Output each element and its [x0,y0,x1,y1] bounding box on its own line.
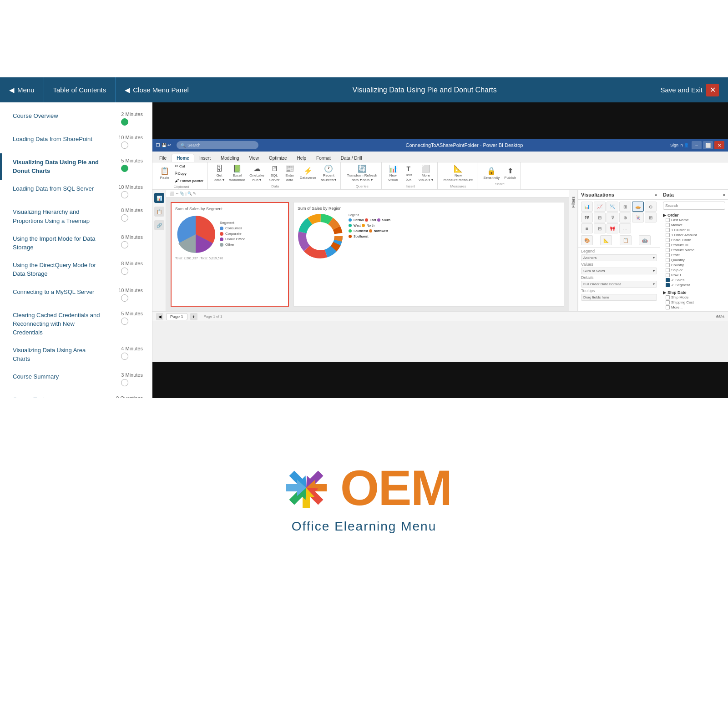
tab-modeling[interactable]: Modeling [216,154,244,162]
sidebar-item-title-1: Loading Data from SharePoint [13,135,103,143]
data-item-market: Market [663,222,725,228]
matrix-viz[interactable]: ≡ [581,223,593,233]
tab-help[interactable]: Help [292,154,311,162]
tab-data-drill[interactable]: Data / Drill [336,154,367,162]
line-chart-viz[interactable]: 📈 [594,202,606,212]
fields-viz[interactable]: 📋 [620,235,632,245]
sidebar-item-dot-10 [121,379,128,386]
close-icon: ✕ [706,84,719,96]
close-panel-button[interactable]: ◀ Close Menu Panel [116,77,198,102]
waterfall-viz[interactable]: ⊟ [594,223,606,233]
treemap-viz[interactable]: ⊟ [594,212,606,222]
active-indicator [0,153,2,180]
data-section-shipdate: ▶ Ship Date Ship Mode Shipping Cost [660,289,728,311]
cut-button[interactable]: ✂ Cut [173,163,205,169]
tooltips-field[interactable]: Drag fields here [581,294,657,301]
sidebar-item-9[interactable]: Visualizing Data Using Area Charts 4 Min… [0,341,152,368]
titlebar-search[interactable]: 🔍 Search [177,141,258,149]
scatter-viz[interactable]: ⊙ [645,202,657,212]
onelake-button[interactable]: ☁ OneLakehub ▾ [248,163,265,183]
details-field[interactable]: Full Order Date Format ▾ [581,281,657,288]
values-field[interactable]: Sum of Sales ▾ [581,268,657,274]
new-measure-button[interactable]: 📐 Newmeasure measure [442,163,474,183]
sidebar-item-dot-6 [121,268,128,275]
shipdate-section-header[interactable]: ▶ Ship Date [663,290,725,295]
window-controls: – ⬜ ✕ [692,141,724,149]
viz-panel-expand[interactable]: » [654,192,657,197]
add-page-button[interactable]: + [190,313,197,320]
publish-button[interactable]: ⬆ Publish [503,166,517,181]
get-data-button[interactable]: 🗄 Getdata ▾ [212,164,226,183]
other-data-button[interactable]: 📰 Enterdata [283,163,297,183]
gauge-viz[interactable]: ⊛ [619,212,631,222]
format-painter-button[interactable]: 🖌 Format painter [173,177,205,184]
report-view-icon[interactable]: 📊 [154,193,164,203]
sidebar-item-2[interactable]: Visualizing Data Using Pie and Donut Cha… [0,153,152,180]
excel-workbook-button[interactable]: 📗 Excelworkbook [228,163,246,183]
bar-chart-viz[interactable]: 📊 [581,202,593,212]
sidebar-item-11[interactable]: Course Test 9 Questions [0,391,152,398]
sidebar-item-8[interactable]: Clearing Cached Credentials and Reconnec… [0,306,152,342]
funnel-viz[interactable]: ⊽ [607,212,618,222]
sidebar-item-dot-8 [121,318,128,325]
sidebar-item-6[interactable]: Using the DirectQuery Mode for Data Stor… [0,256,152,283]
table-view-icon[interactable]: 📋 [154,207,164,217]
data-panel-expand[interactable]: » [723,192,725,197]
maximize-button[interactable]: ⬜ [703,141,713,149]
page-back-button[interactable]: ◀ [156,313,163,320]
tab-home[interactable]: Home [172,154,194,162]
model-view-icon[interactable]: 🔗 [154,220,164,230]
sensitivity-icon: 🔒 [487,167,496,175]
more-visuals-button[interactable]: ⬜ MoreVisuals ▾ [417,163,435,183]
menu-button[interactable]: ◀ Menu [0,77,44,102]
card-viz[interactable]: 🃏 [632,212,644,222]
sidebar-item-1[interactable]: Loading Data from SharePoint 10 Minutes [0,130,152,153]
pie-chart-container[interactable]: Sum of Sales by Segment [171,202,289,307]
sensitivity-button[interactable]: 🔒 Sensitivity [482,166,501,181]
save-exit-button[interactable]: Save and Exit ✕ [651,77,728,102]
ribbon-viz[interactable]: 🎀 [607,223,618,233]
tab-format[interactable]: Format [311,154,336,162]
recent-sources-button[interactable]: 🕐 Recentsources ▾ [319,163,338,183]
data-item-productid: Product ID [663,243,725,248]
analytics-viz[interactable]: 📐 [600,235,612,245]
sql-server-button[interactable]: 🖥 SQLServer [268,164,281,183]
sidebar-item-0[interactable]: Course Overview 2 Minutes [0,107,152,130]
copy-button[interactable]: ⎘ Copy [173,170,205,177]
sidebar-item-10[interactable]: Course Summary 3 Minutes [0,368,152,391]
area-chart-viz[interactable]: 📉 [607,202,618,212]
sidebar-item-3[interactable]: Loading Data from SQL Server 10 Minutes [0,180,152,203]
tab-insert[interactable]: Insert [194,154,216,162]
donut-chart-container[interactable]: Sum of Sales by Region [293,202,564,307]
close-window-button[interactable]: ✕ [714,141,724,149]
data-search-input[interactable] [663,202,725,210]
combo-chart-viz[interactable]: ⊞ [619,202,631,212]
text-box-button[interactable]: T Textbox [402,164,415,182]
sidebar-item-7[interactable]: Connecting to a MySQL Server 10 Minutes [0,283,152,306]
dataverse-button[interactable]: ⚡ Dataverse [298,166,318,181]
paste-button[interactable]: 📋 Paste [158,166,172,181]
order-section-header[interactable]: ▶ Order [663,213,725,217]
format-viz[interactable]: 🎨 [581,235,593,245]
tab-file[interactable]: File [154,154,172,162]
map-viz[interactable]: 🗺 [581,212,593,222]
transform-button[interactable]: 🔄 Transform Refreshdata ▾ data ▾ [345,163,378,183]
insert-group: 📊 NewVisual T Textbox ⬜ MoreVisuals ▾ [384,162,438,189]
pie-chart-totals: Total: 2,261,737 | Total: 5,819,576 [175,257,284,260]
page-tab[interactable]: Page 1 [166,313,187,320]
tab-view[interactable]: View [244,154,264,162]
pie-chart-viz[interactable]: 🥧 [632,202,644,212]
tab-optimize[interactable]: Optimize [264,154,292,162]
data-section-order: ▶ Order Last Name Market [660,212,728,289]
legend-field[interactable]: Anchors ▾ [581,254,657,261]
viz-field-wells: Legend Anchors ▾ Values Sum of Sales ▾ D… [578,247,660,303]
sidebar-item-4[interactable]: Visualizing Hierarchy and Proportions Us… [0,203,152,229]
table-viz[interactable]: ⊞ [645,212,657,222]
minimize-button[interactable]: – [692,141,702,149]
data-item-postalcode: Postal Code [663,238,725,243]
ai-viz[interactable]: 🤖 [639,235,651,245]
new-visual-button[interactable]: 📊 NewVisual [386,163,400,183]
top-black-area [152,102,728,139]
sidebar-item-5[interactable]: Using the Import Mode for Data Storage 8… [0,230,152,256]
custom-viz[interactable]: … [619,223,631,233]
